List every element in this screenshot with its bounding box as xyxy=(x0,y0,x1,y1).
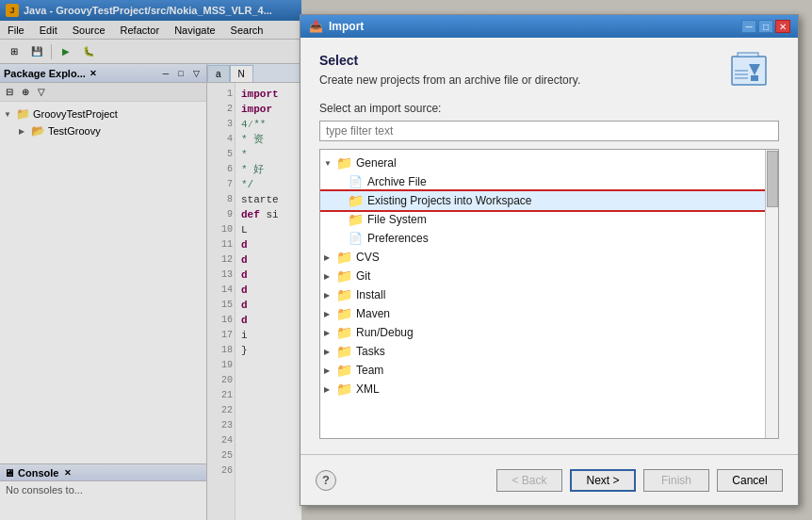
filesystem-icon: 📁 xyxy=(347,212,364,227)
import-dialog: 📥 Import ─ □ ✕ Select xyxy=(300,14,799,506)
git-label: Git xyxy=(356,269,370,283)
install-arrow: ▶ xyxy=(324,291,335,300)
tree-node-rundebug[interactable]: ▶ 📁 Run/Debug xyxy=(320,323,765,342)
preferences-label: Preferences xyxy=(367,232,429,245)
dialog-body: Select Create new projects from an archi… xyxy=(300,38,798,454)
dialog-title-text: Import xyxy=(329,20,364,33)
maven-label: Maven xyxy=(356,307,390,320)
dialog-titlebar: 📥 Import ─ □ ✕ xyxy=(300,15,798,38)
tree-node-general[interactable]: ▼ 📁 General xyxy=(320,154,765,172)
team-arrow: ▶ xyxy=(324,366,335,375)
team-icon: 📁 xyxy=(335,363,352,378)
dialog-maximize-btn[interactable]: □ xyxy=(758,20,773,33)
install-label: Install xyxy=(356,288,385,301)
help-button[interactable]: ? xyxy=(316,470,336,491)
archive-label: Archive File xyxy=(367,175,427,188)
svg-rect-4 xyxy=(735,70,748,72)
general-folder-icon: 📁 xyxy=(335,155,352,171)
tree-node-existing-projects[interactable]: 📁 Existing Projects into Workspace xyxy=(320,191,765,210)
finish-button[interactable]: Finish xyxy=(643,469,709,492)
maven-arrow: ▶ xyxy=(324,310,335,318)
footer-left: ? xyxy=(316,470,336,491)
dialog-title-left: 📥 Import xyxy=(308,19,364,34)
install-icon: 📁 xyxy=(335,287,352,302)
import-tree-container: ▼ 📁 General 📄 Archive File 📁 Existing Pr… xyxy=(319,149,779,439)
tasks-label: Tasks xyxy=(356,345,385,358)
tree-node-maven[interactable]: ▶ 📁 Maven xyxy=(320,304,765,323)
tree-node-cvs[interactable]: ▶ 📁 CVS xyxy=(320,248,765,267)
tree-node-team[interactable]: ▶ 📁 Team xyxy=(320,361,765,380)
git-arrow: ▶ xyxy=(324,272,335,281)
git-icon: 📁 xyxy=(335,268,352,284)
scroll-thumb[interactable] xyxy=(767,151,778,207)
tree-node-install[interactable]: ▶ 📁 Install xyxy=(320,285,765,304)
cancel-button[interactable]: Cancel xyxy=(717,469,783,492)
import-icon-area xyxy=(730,49,779,90)
cvs-icon: 📁 xyxy=(335,250,352,265)
tree-node-tasks[interactable]: ▶ 📁 Tasks xyxy=(320,342,765,361)
tree-node-archive[interactable]: 📄 Archive File xyxy=(320,172,765,191)
tree-node-preferences[interactable]: 📄 Preferences xyxy=(320,229,765,248)
dialog-minimize-btn[interactable]: ─ xyxy=(741,20,756,33)
dialog-description: Create new projects from an archive file… xyxy=(319,73,779,87)
cvs-label: CVS xyxy=(356,251,380,264)
dialog-title-btns: ─ □ ✕ xyxy=(741,20,790,33)
dialog-close-btn[interactable]: ✕ xyxy=(775,20,790,33)
import-title-icon: 📥 xyxy=(308,19,323,34)
existing-label: Existing Projects into Workspace xyxy=(367,194,532,207)
xml-icon: 📁 xyxy=(335,382,352,397)
dialog-heading: Select xyxy=(319,53,779,68)
xml-label: XML xyxy=(356,382,380,396)
rundebug-icon: 📁 xyxy=(335,325,352,340)
svg-rect-5 xyxy=(735,73,748,75)
tasks-icon: 📁 xyxy=(335,344,352,359)
tree-node-git[interactable]: ▶ 📁 Git xyxy=(320,267,765,285)
tasks-arrow: ▶ xyxy=(324,348,335,356)
svg-rect-6 xyxy=(735,77,748,79)
tree-scrollbar[interactable] xyxy=(765,150,778,438)
rundebug-label: Run/Debug xyxy=(356,326,414,339)
dialog-footer: ? < Back Next > Finish Cancel xyxy=(300,454,798,505)
svg-rect-3 xyxy=(751,75,758,81)
next-button[interactable]: Next > xyxy=(570,469,636,492)
import-svg-icon xyxy=(730,49,779,90)
maven-icon: 📁 xyxy=(335,306,352,321)
tree-node-filesystem[interactable]: 📁 File System xyxy=(320,210,765,229)
team-label: Team xyxy=(356,364,383,377)
filter-input[interactable] xyxy=(319,121,779,141)
general-label: General xyxy=(356,156,397,170)
back-button[interactable]: < Back xyxy=(496,469,562,492)
tree-node-xml[interactable]: ▶ 📁 XML xyxy=(320,380,765,398)
existing-icon: 📁 xyxy=(347,193,364,208)
general-arrow: ▼ xyxy=(324,159,335,168)
archive-icon: 📄 xyxy=(347,174,364,189)
cvs-arrow: ▶ xyxy=(324,253,335,262)
footer-right: < Back Next > Finish Cancel xyxy=(496,469,783,492)
rundebug-arrow: ▶ xyxy=(324,329,335,337)
filter-label: Select an import source: xyxy=(319,102,779,115)
preferences-icon: 📄 xyxy=(347,231,364,246)
filesystem-label: File System xyxy=(367,213,427,226)
svg-rect-1 xyxy=(738,53,758,57)
xml-arrow: ▶ xyxy=(324,385,335,394)
tree-inner: ▼ 📁 General 📄 Archive File 📁 Existing Pr… xyxy=(320,150,765,402)
